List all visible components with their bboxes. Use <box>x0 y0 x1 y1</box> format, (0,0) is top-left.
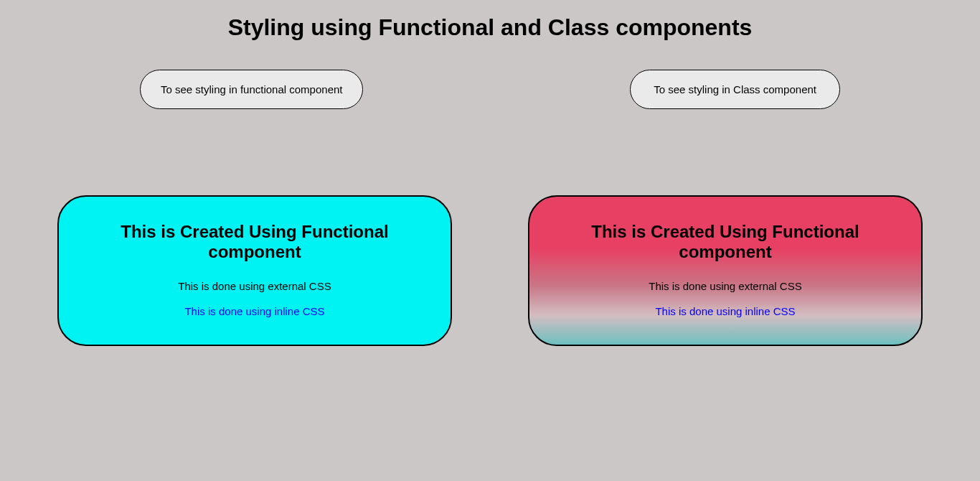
functional-card-title: This is Created Using Functional compone… <box>73 222 436 262</box>
class-button[interactable]: To see styling in Class component <box>630 70 840 109</box>
page-title: Styling using Functional and Class compo… <box>0 0 980 70</box>
functional-inline-text: This is done using inline CSS <box>73 305 436 317</box>
functional-button[interactable]: To see styling in functional component <box>140 70 363 109</box>
buttons-row: To see styling in functional component T… <box>0 70 980 109</box>
functional-external-text: This is done using external CSS <box>73 280 436 292</box>
class-card: This is Created Using Functional compone… <box>528 195 923 346</box>
functional-card: This is Created Using Functional compone… <box>57 195 452 346</box>
cards-row: This is Created Using Functional compone… <box>0 195 980 346</box>
class-inline-text: This is done using inline CSS <box>544 305 907 317</box>
class-external-text: This is done using external CSS <box>544 280 907 292</box>
class-card-title: This is Created Using Functional compone… <box>544 222 907 262</box>
